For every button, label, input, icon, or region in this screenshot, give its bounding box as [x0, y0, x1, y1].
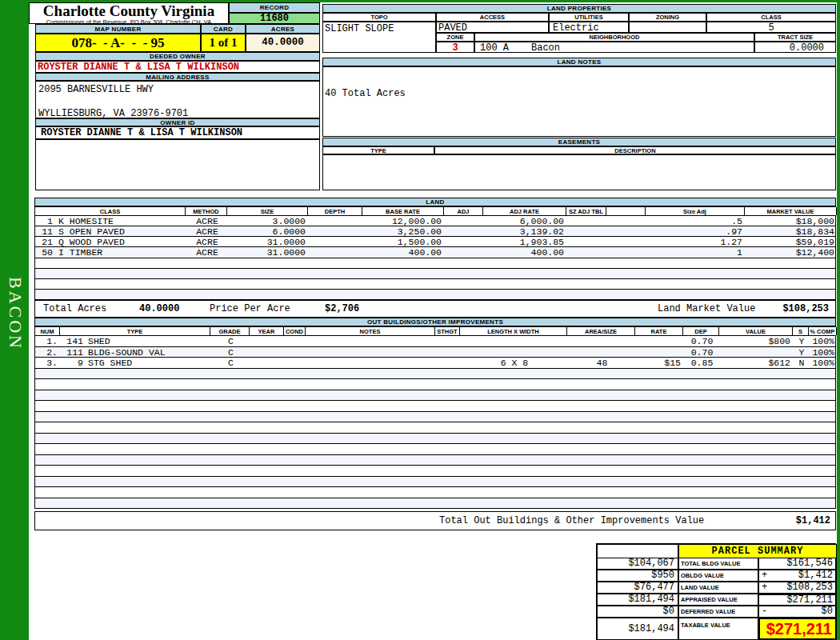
- easement-type-label: TYPE: [322, 146, 434, 154]
- deferred-value: - $0: [758, 606, 837, 618]
- out-building-row: 2. 111BLDG-SOUND VAL C 0.70 Y 100%: [35, 347, 835, 358]
- mailing-address-label: MAILING ADDRESS: [35, 73, 320, 81]
- land-empty-row: [35, 290, 835, 300]
- card-content: Charlotte County Virginia Commissioner o…: [29, 2, 837, 640]
- county-name: Charlotte County Virginia: [30, 3, 228, 19]
- out-buildings-title: OUT BUILDINGS/OTHER IMPROVEMENTS: [34, 318, 836, 326]
- summary-row: $950 OBLDG VALUE + $1,412: [597, 570, 835, 582]
- land-value-label: LAND VALUE: [678, 582, 758, 594]
- land-col-class: CLASS: [34, 207, 186, 215]
- neighborhood-value: 100 ABacon: [474, 42, 754, 53]
- land-empty-row: [35, 279, 835, 290]
- land-row: 11S OPEN PAVED ACRE 6.0000 3,250.00 3,13…: [35, 226, 835, 237]
- out-building-empty-row: [35, 498, 835, 510]
- land-col-base-rate: BASE RATE: [362, 207, 444, 215]
- topo-value: SLIGHT SLOPE: [322, 22, 436, 53]
- out-buildings-header: NUM TYPE GRADE YEAR COND NOTES STHGT LEN…: [34, 326, 836, 336]
- ob-col-grade: GRADE: [210, 327, 250, 335]
- ob-col-cond: COND: [284, 327, 306, 335]
- land-notes-box: 40 Total Acres: [322, 66, 836, 137]
- out-building-empty-row: [35, 390, 835, 402]
- land-table-header: CLASS METHOD SIZE DEPTH BASE RATE ADJ AD…: [34, 206, 836, 216]
- land-market-value-label: Land Market Value: [658, 301, 755, 317]
- out-building-empty-row: [35, 422, 835, 434]
- owner-id-value: ROYSTER DIANNE T & LISA T WILKINSON: [35, 126, 320, 139]
- out-building-empty-row: [35, 434, 835, 445]
- class-value: 5: [706, 22, 836, 33]
- out-building-empty-row: [35, 369, 835, 380]
- zone-label: ZONE: [436, 33, 474, 42]
- total-bldg-value-label: TOTAL BLDG VALUE: [678, 558, 758, 570]
- land-empty-row: [35, 258, 835, 269]
- land-properties-title: LAND PROPERTIES: [322, 4, 836, 13]
- obldg-value-label: OBLDG VALUE: [678, 570, 758, 582]
- acres-value: 40.0000: [246, 34, 320, 52]
- neighborhood-code: 100 A: [480, 42, 509, 53]
- easements-title: EASEMENTS: [322, 138, 836, 146]
- acres-label: ACRES: [246, 24, 320, 34]
- land-table-body: 1K HOMESITE ACRE 3.0000 12,000.00 6,000.…: [34, 216, 836, 300]
- out-building-empty-row: [35, 455, 835, 466]
- summary-row: $181,494 APPRAISED VALUE $271,211: [597, 594, 835, 606]
- zone-value: 3: [436, 42, 474, 53]
- ob-col-dep: DEP: [683, 327, 719, 335]
- owner-spare-box: [35, 139, 320, 190]
- ob-col-pct-comp: % COMP: [809, 327, 837, 335]
- mailing-address-box: 2095 BARNESVILLE HWY WYLLIESBURG, VA 239…: [35, 81, 320, 118]
- easement-description-label: DESCRIPTION: [434, 146, 836, 154]
- tract-size-value: 0.0000: [754, 42, 836, 53]
- land-row: 50I TIMBER ACRE 31.0000 400.00 400.00 1 …: [35, 247, 835, 258]
- total-acres-value: 40.0000: [139, 301, 179, 317]
- out-building-row: 1. 141SHED C 0.70 $800 Y 100%: [35, 336, 835, 347]
- tract-size-label: TRACT SIZE: [754, 33, 836, 42]
- appraised-value-label: APPRAISED VALUE: [678, 594, 758, 606]
- summary-taxable-row: $181,494 TAXABLE VALUE $271,211: [597, 618, 835, 640]
- ob-col-sthgt: STHGT: [435, 327, 460, 335]
- topo-label: TOPO: [322, 13, 436, 22]
- zoning-label: ZONING: [629, 13, 706, 22]
- parcel-summary-title: PARCEL SUMMARY: [678, 544, 837, 558]
- land-notes-text: 40 Total Acres: [323, 67, 835, 99]
- land-col-method: METHOD: [186, 207, 227, 215]
- out-building-empty-row: [35, 477, 835, 488]
- map-number-label: MAP NUMBER: [35, 24, 201, 34]
- land-row: 1K HOMESITE ACRE 3.0000 12,000.00 6,000.…: [35, 216, 835, 226]
- out-building-empty-row: [35, 412, 835, 423]
- land-notes-title: LAND NOTES: [322, 58, 836, 66]
- deeded-owner-value: ROYSTER DIANNE T & LISA T WILKINSON: [35, 61, 320, 73]
- easements-box: [322, 154, 836, 190]
- land-market-value: $108,253: [782, 301, 829, 317]
- appraised-value: $271,211: [758, 594, 837, 606]
- record-value: 11680: [229, 13, 320, 24]
- ob-col-rate: RATE: [635, 327, 683, 335]
- property-record-card: BACON Charlotte County Virginia Commissi…: [0, 0, 840, 640]
- out-buildings-total-row: Total Out Buildings & Other Improvements…: [34, 511, 836, 530]
- land-col-sz-adj-tbl: SZ ADJ TBL: [566, 207, 606, 215]
- summary-row: $0 DEFERRED VALUE - $0: [597, 606, 835, 618]
- land-totals-row: Total Acres 40.0000 Price Per Acre $2,70…: [34, 300, 836, 318]
- out-building-empty-row: [35, 487, 835, 498]
- land-col-depth: DEPTH: [308, 207, 362, 215]
- taxable-value-label: TAXABLE VALUE: [678, 618, 758, 640]
- deeded-owner-label: DEEDED OWNER: [35, 52, 320, 61]
- record-label: RECORD: [229, 2, 320, 13]
- access-value: PAVED: [436, 22, 549, 33]
- utilities-label: UTILITIES: [549, 13, 629, 22]
- obldg-value: + $1,412: [758, 570, 837, 582]
- access-label: ACCESS: [436, 13, 549, 22]
- land-empty-row: [35, 269, 835, 279]
- land-col-adj-rate: ADJ RATE: [483, 207, 566, 215]
- land-col-size: SIZE: [227, 207, 308, 215]
- price-per-acre-label: Price Per Acre: [210, 301, 290, 317]
- ob-col-notes: NOTES: [306, 327, 435, 335]
- out-building-empty-row: [35, 466, 835, 477]
- land-row: 21Q WOOD PAVED ACRE 31.0000 1,500.00 1,9…: [35, 237, 835, 247]
- total-acres-label: Total Acres: [43, 301, 106, 317]
- address-line1: 2095 BARNESVILLE HWY: [36, 82, 319, 95]
- land-value: + $108,253: [758, 582, 837, 594]
- utilities-value: Electric: [549, 22, 629, 33]
- out-buildings-body: 1. 141SHED C 0.70 $800 Y 100% 2. 111BLDG…: [34, 336, 836, 509]
- ob-col-num: NUM: [34, 327, 60, 335]
- ob-col-type: TYPE: [60, 327, 210, 335]
- out-buildings-total-label: Total Out Buildings & Other Improvements…: [439, 512, 704, 530]
